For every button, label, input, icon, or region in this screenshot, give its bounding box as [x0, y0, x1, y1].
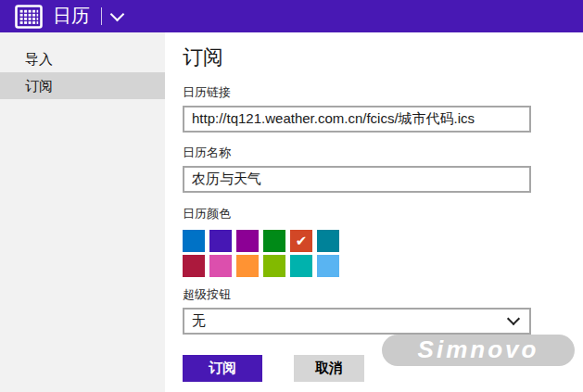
calendar-link-input[interactable] [183, 106, 531, 133]
sidebar-item-label: 导入 [25, 51, 53, 67]
page-title: 订阅 [183, 44, 531, 71]
sidebar-item-label: 订阅 [25, 78, 53, 94]
chevron-down-icon [507, 312, 520, 325]
color-swatch[interactable] [236, 255, 259, 277]
color-swatch[interactable] [317, 230, 339, 252]
app-header: 日历 [0, 0, 583, 32]
color-swatch[interactable]: ✔ [290, 230, 312, 252]
sidebar-item-subscribe[interactable]: 订阅 [0, 72, 165, 99]
calendar-color-label: 日历颜色 [183, 206, 531, 222]
sidebar-item-import[interactable]: 导入 [0, 45, 165, 72]
calendar-name-label: 日历名称 [183, 145, 531, 161]
chevron-down-icon[interactable] [110, 6, 125, 21]
watermark: Simnovo [382, 335, 575, 366]
color-swatch[interactable] [209, 230, 232, 252]
header-divider [101, 7, 102, 25]
sidebar: 导入 订阅 [0, 32, 165, 392]
color-swatch[interactable] [209, 255, 232, 277]
color-swatch[interactable] [183, 255, 205, 277]
color-swatch[interactable] [263, 255, 285, 277]
color-swatch[interactable] [290, 255, 312, 277]
calendar-name-input[interactable] [183, 166, 531, 193]
subscribe-button[interactable]: 订阅 [183, 355, 262, 382]
app-title: 日历 [53, 0, 90, 32]
charm-select-value: 无 [192, 312, 206, 330]
checkmark-icon: ✔ [290, 230, 312, 252]
calendar-link-label: 日历链接 [183, 84, 531, 101]
charm-select[interactable]: 无 [183, 308, 531, 335]
color-swatches: ✔ [183, 230, 368, 277]
color-swatch[interactable] [317, 255, 339, 277]
color-swatch[interactable] [263, 230, 285, 252]
app-window: 日历 导入 订阅 订阅 日历链接 日历名称 日历颜色 ✔ 超级按钮 无 订阅 取… [0, 0, 583, 392]
calendar-icon [15, 5, 43, 29]
color-swatch[interactable] [183, 230, 205, 252]
subscribe-panel: 订阅 日历链接 日历名称 日历颜色 ✔ 超级按钮 无 订阅 取消 [183, 32, 531, 382]
charm-label: 超级按钮 [183, 286, 531, 303]
cancel-button[interactable]: 取消 [294, 355, 364, 382]
color-swatch[interactable] [236, 230, 259, 252]
